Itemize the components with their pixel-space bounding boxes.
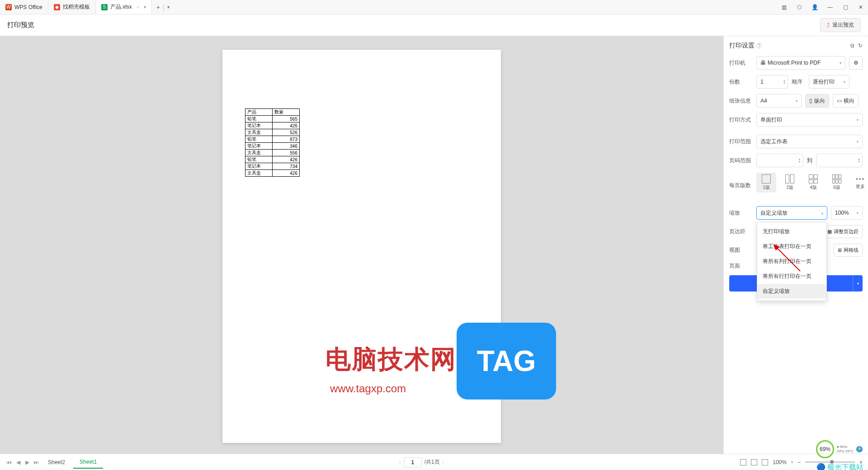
scale-dropdown: 无打印缩放 将工作表打印在一页 将所有列打印在一页 将所有行打印在一页 自定义缩…	[757, 222, 827, 301]
main-area: 产品数量 铅笔565 笔记本426 文具盒526 铅笔873 笔记本346 文具…	[0, 36, 868, 454]
next-sheet-button[interactable]: ▶	[24, 459, 31, 465]
gridlines-button[interactable]: ⊞网格线	[834, 244, 863, 257]
refresh-icon[interactable]: ↻	[858, 42, 863, 49]
layout-1[interactable]: 1版	[756, 173, 776, 193]
page-input[interactable]	[404, 457, 422, 467]
avatar-icon[interactable]: 👤	[807, 0, 822, 14]
page-to-input[interactable]: ▲▼	[816, 154, 863, 167]
cpu-percent: 69%	[816, 440, 834, 458]
layout-more[interactable]: •••更多	[850, 174, 868, 192]
scale-option-fit-cols[interactable]: 将所有列打印在一页	[757, 254, 826, 269]
scale-select[interactable]: 自定义缩放 ▴ 无打印缩放 将工作表打印在一页 将所有列打印在一页 将所有行打印…	[756, 206, 827, 220]
settings-title: 打印设置	[729, 42, 755, 50]
tab-strip: W WPS Office ◆ 找稻壳模板 S 产品.xlsx ○ ▾ +|▾	[0, 0, 174, 14]
layout-2[interactable]: 2版	[780, 173, 800, 193]
preview-canvas[interactable]: 产品数量 铅笔565 笔记本426 文具盒526 铅笔873 笔记本346 文具…	[0, 36, 723, 454]
tab-template[interactable]: ◆ 找稻壳模板	[48, 0, 96, 14]
page-title: 打印预览	[7, 21, 34, 29]
chevron-up-icon: ▴	[821, 211, 823, 215]
printer-label: 打印机	[729, 59, 753, 67]
layout-6[interactable]: 6版	[827, 173, 847, 193]
view-label: 视图	[729, 246, 753, 254]
duplex-label: 打印方式	[729, 116, 753, 124]
zoom-value[interactable]: 100%	[773, 459, 787, 465]
tab-menu-icon[interactable]: ○	[137, 5, 139, 9]
spreadsheet-icon: S	[101, 4, 108, 10]
layout-4[interactable]: 4版	[803, 173, 823, 193]
zoom-out-button[interactable]: −	[797, 459, 801, 465]
first-sheet-button[interactable]: ⏮	[5, 459, 13, 465]
tab-file[interactable]: S 产品.xlsx ○ ▾	[96, 0, 152, 14]
order-select[interactable]: 逐份打印 ▾	[809, 75, 849, 89]
watermark-url: www.tagxp.com	[330, 382, 406, 395]
tab-label: WPS Office	[14, 4, 42, 10]
printer-value: Microsoft Print to PDF	[768, 60, 821, 66]
next-page-button[interactable]: ›	[443, 459, 444, 465]
scale-percent-select[interactable]: 100% ▾	[831, 206, 863, 220]
chevron-down-icon: ▾	[840, 61, 841, 65]
settings-header: 打印设置 ? ⧉ ↻	[729, 42, 863, 50]
prev-sheet-button[interactable]: ◀	[14, 459, 22, 465]
view-break-icon[interactable]	[762, 459, 768, 465]
scale-option-fit-rows[interactable]: 将所有行打印在一页	[757, 269, 826, 284]
template-icon: ◆	[54, 4, 60, 10]
prev-page-button[interactable]: ‹	[399, 459, 401, 465]
status-bar: ⏮ ◀ ▶ ⏭ Sheet2 Sheet1 ‹ /共1页 › 100%▾ − +	[0, 454, 868, 470]
page-from-input[interactable]: ▲▼	[756, 154, 803, 167]
maximize-button[interactable]: ▢	[838, 0, 853, 14]
chevron-down-icon[interactable]: ▾	[144, 5, 146, 9]
close-button[interactable]: ✕	[854, 0, 868, 14]
scale-option-none[interactable]: 无打印缩放	[757, 224, 826, 239]
minimize-button[interactable]: —	[823, 0, 837, 14]
panel-icon[interactable]: ▥	[777, 0, 791, 14]
printer-icon: 🖶	[760, 60, 766, 66]
page-range-to: 到	[807, 157, 812, 164]
copies-label: 份数	[729, 78, 753, 86]
gear-icon: ⚙	[854, 60, 859, 66]
view-normal-icon[interactable]	[740, 459, 746, 465]
title-bar: W WPS Office ◆ 找稻壳模板 S 产品.xlsx ○ ▾ +|▾ ▥…	[0, 0, 868, 14]
page-setup-label: 页面	[729, 262, 753, 270]
printer-select[interactable]: 🖶 Microsoft Print to PDF ▾	[756, 56, 845, 70]
site-watermark: 🔵 极光下载站	[816, 463, 863, 470]
page-navigation: ‹ /共1页 ›	[399, 457, 444, 467]
last-sheet-button[interactable]: ⏭	[33, 459, 40, 465]
expand-icon[interactable]: ⧉	[850, 42, 854, 49]
exit-preview-button[interactable]: ⤴ 退出预览	[820, 18, 861, 32]
scale-label: 缩放	[729, 209, 753, 217]
paper-label: 纸张信息	[729, 97, 753, 105]
chevron-down-icon: ▾	[844, 80, 845, 84]
adjust-margins-button[interactable]: ▦调整页边距	[823, 225, 863, 238]
spinner-down[interactable]: ▼	[783, 82, 786, 85]
help-icon[interactable]: ?	[756, 43, 762, 48]
portrait-button[interactable]: ▯纵向	[805, 94, 829, 108]
print-settings-panel: 打印设置 ? ⧉ ↻ 打印机 🖶 Microsoft Print to PDF …	[723, 36, 868, 454]
page-range-label: 页码范围	[729, 157, 753, 164]
duplex-select[interactable]: 单面打印 ▾	[756, 113, 863, 127]
printer-settings-button[interactable]: ⚙	[849, 56, 863, 70]
scale-option-custom[interactable]: 自定义缩放	[757, 284, 826, 299]
view-page-icon[interactable]	[751, 459, 757, 465]
chevron-down-icon: ▾	[857, 118, 859, 122]
sheet-tab-sheet2[interactable]: Sheet2	[42, 456, 71, 468]
order-label: 顺序	[792, 78, 805, 86]
portrait-icon: ▯	[809, 98, 812, 104]
range-label: 打印范围	[729, 138, 753, 146]
landscape-button[interactable]: ▭横向	[833, 94, 859, 108]
print-split-icon[interactable]: ▾	[853, 275, 863, 291]
scale-option-fit-sheet[interactable]: 将工作表打印在一页	[757, 239, 826, 254]
margin-icon: ▦	[827, 229, 832, 235]
range-select[interactable]: 选定工作表 ▾	[756, 135, 863, 148]
layout-label: 每页版数	[729, 182, 753, 189]
copies-input[interactable]: 1 ▲▼	[756, 75, 788, 89]
tab-label: 产品.xlsx	[110, 3, 132, 11]
tab-wps[interactable]: W WPS Office	[0, 0, 48, 14]
exit-icon: ⤴	[827, 22, 830, 28]
sheet-tab-sheet1[interactable]: Sheet1	[73, 456, 103, 469]
header-bar: 打印预览 ⤴ 退出预览	[0, 14, 868, 36]
new-tab-button[interactable]: +|▾	[152, 0, 174, 14]
margin-label: 页边距	[729, 228, 753, 235]
paper-select[interactable]: A4 ▾	[756, 94, 802, 108]
tab-label: 找稻壳模板	[63, 3, 90, 11]
cube-icon[interactable]: ⬡	[792, 0, 807, 14]
